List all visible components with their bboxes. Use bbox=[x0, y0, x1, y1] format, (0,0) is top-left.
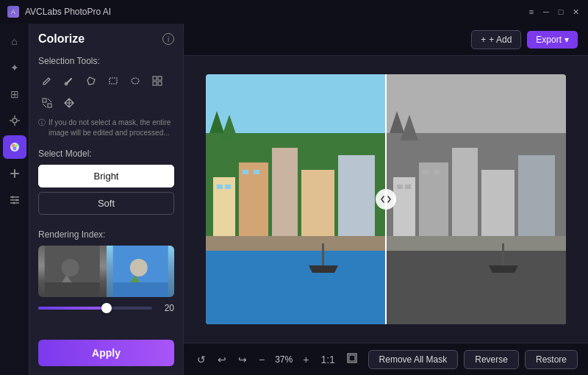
bottom-toolbar-left: ↺ ↩ ↪ − 37% + 1:1 bbox=[194, 350, 360, 368]
restore-button[interactable]: Restore bbox=[525, 350, 578, 369]
brush-tool[interactable] bbox=[60, 72, 78, 90]
svg-rect-52 bbox=[322, 243, 324, 265]
svg-rect-69 bbox=[502, 243, 504, 265]
svg-rect-64 bbox=[434, 170, 440, 174]
svg-rect-65 bbox=[386, 236, 566, 251]
sidebar-item-settings[interactable] bbox=[3, 188, 26, 212]
menu-button[interactable]: ≡ bbox=[526, 7, 537, 17]
effects-icon bbox=[9, 115, 21, 126]
svg-rect-44 bbox=[217, 185, 223, 189]
notice-content: If you do not select a mask, the entire … bbox=[49, 118, 174, 138]
remove-all-mask-button[interactable]: Remove All Mask bbox=[368, 350, 459, 369]
svg-point-8 bbox=[12, 147, 16, 151]
notice-icon: ⓘ bbox=[38, 118, 46, 138]
redo-button[interactable]: ↪ bbox=[235, 351, 250, 368]
pen-tool[interactable] bbox=[38, 72, 56, 90]
svg-rect-37 bbox=[206, 251, 386, 324]
selection-tools-label: Selection Tools: bbox=[38, 56, 174, 66]
left-panel: Colorize i Selection Tools: bbox=[29, 24, 184, 375]
svg-rect-63 bbox=[423, 170, 429, 174]
svg-rect-24 bbox=[43, 99, 46, 102]
rendering-section: Rendering Index: bbox=[38, 229, 174, 313]
top-toolbar: + + Add Export ▾ bbox=[184, 24, 588, 56]
export-label: Export bbox=[536, 35, 562, 45]
app-layout: ⌂ ✦ ⊞ bbox=[0, 24, 588, 375]
export-button[interactable]: Export ▾ bbox=[527, 31, 578, 49]
svg-rect-41 bbox=[272, 148, 298, 251]
rendering-slider-track[interactable] bbox=[38, 307, 152, 310]
zoom-out-button[interactable]: − bbox=[256, 351, 268, 368]
svg-rect-54 bbox=[386, 251, 566, 324]
svg-point-16 bbox=[12, 202, 15, 204]
rendering-value: 20 bbox=[158, 303, 174, 313]
preview-right-svg bbox=[107, 246, 175, 297]
retouch-icon bbox=[9, 168, 21, 179]
app-title: AVCLabs PhotoPro AI bbox=[25, 7, 111, 17]
sidebar-item-home[interactable]: ⌂ bbox=[3, 29, 26, 53]
smart-select-tool[interactable] bbox=[148, 72, 166, 90]
fit-button[interactable] bbox=[344, 350, 360, 368]
bottom-toolbar: ↺ ↩ ↪ − 37% + 1:1 Remove All Mask Revers… bbox=[184, 343, 588, 375]
svg-rect-20 bbox=[153, 76, 157, 80]
split-handle-icon bbox=[380, 193, 392, 205]
colorize-icon bbox=[9, 141, 21, 153]
undo-button[interactable]: ↩ bbox=[215, 351, 229, 368]
move-tool[interactable] bbox=[60, 94, 78, 112]
preview-right bbox=[107, 246, 175, 297]
svg-line-26 bbox=[48, 99, 51, 102]
titlebar-left: A AVCLabs PhotoPro AI bbox=[7, 6, 111, 18]
slider-fill bbox=[38, 307, 107, 310]
canvas-area bbox=[184, 56, 588, 343]
image-grayscale-half bbox=[386, 74, 566, 324]
image-container bbox=[206, 74, 566, 324]
svg-rect-10 bbox=[14, 169, 15, 178]
close-button[interactable]: ✕ bbox=[570, 7, 581, 17]
sidebar-item-retouch[interactable] bbox=[3, 162, 26, 185]
export-arrow-icon: ▾ bbox=[564, 35, 569, 45]
maximize-button[interactable]: □ bbox=[556, 7, 566, 17]
info-icon[interactable]: i bbox=[162, 33, 174, 45]
bottom-toolbar-right: Remove All Mask Reverse Restore bbox=[368, 350, 578, 369]
panel-header: Colorize i bbox=[38, 32, 174, 46]
ellipse-select-tool[interactable] bbox=[126, 72, 144, 90]
select-model-section: Select Model: Bright Soft bbox=[38, 149, 174, 219]
svg-rect-21 bbox=[158, 76, 162, 80]
image-colorized-half bbox=[206, 74, 386, 324]
sidebar-item-effects[interactable] bbox=[3, 109, 26, 132]
sidebar-item-tools[interactable]: ⊞ bbox=[3, 82, 26, 106]
svg-point-30 bbox=[62, 259, 79, 276]
refresh-button[interactable]: ↺ bbox=[194, 351, 209, 368]
svg-rect-45 bbox=[225, 185, 231, 189]
preview-left bbox=[38, 246, 107, 297]
svg-point-14 bbox=[11, 196, 13, 199]
svg-rect-22 bbox=[153, 82, 157, 85]
icon-sidebar: ⌂ ✦ ⊞ bbox=[0, 24, 29, 375]
svg-rect-46 bbox=[243, 170, 248, 174]
grayscale-scene-svg bbox=[386, 74, 566, 324]
rect-select-tool[interactable] bbox=[104, 72, 122, 90]
svg-rect-62 bbox=[405, 185, 411, 189]
apply-button[interactable]: Apply bbox=[38, 340, 174, 366]
svg-rect-48 bbox=[206, 236, 386, 251]
titlebar-controls[interactable]: ≡ ─ □ ✕ bbox=[526, 7, 581, 17]
zoom-level: 37% bbox=[275, 354, 293, 365]
rendering-preview bbox=[38, 246, 174, 297]
rendering-label: Rendering Index: bbox=[38, 229, 105, 240]
sidebar-item-enhance[interactable]: ✦ bbox=[3, 56, 26, 79]
svg-line-27 bbox=[43, 104, 46, 107]
reverse-button[interactable]: Reverse bbox=[464, 350, 519, 369]
remove-select-tool[interactable] bbox=[38, 94, 56, 112]
soft-model-button[interactable]: Soft bbox=[38, 192, 174, 215]
split-handle[interactable] bbox=[376, 189, 396, 210]
main-content: + + Add Export ▾ bbox=[184, 24, 588, 375]
minimize-button[interactable]: ─ bbox=[541, 7, 551, 17]
slider-thumb[interactable] bbox=[101, 303, 112, 313]
add-button[interactable]: + + Add bbox=[471, 30, 521, 49]
lasso-tool[interactable] bbox=[82, 72, 100, 90]
bright-model-button[interactable]: Bright bbox=[38, 165, 174, 188]
sidebar-item-colorize[interactable] bbox=[3, 135, 26, 159]
svg-point-19 bbox=[132, 78, 139, 84]
titlebar: A AVCLabs PhotoPro AI ≡ ─ □ ✕ bbox=[0, 0, 588, 24]
one-to-one-button[interactable]: 1:1 bbox=[318, 351, 337, 368]
zoom-in-button[interactable]: + bbox=[300, 351, 312, 368]
